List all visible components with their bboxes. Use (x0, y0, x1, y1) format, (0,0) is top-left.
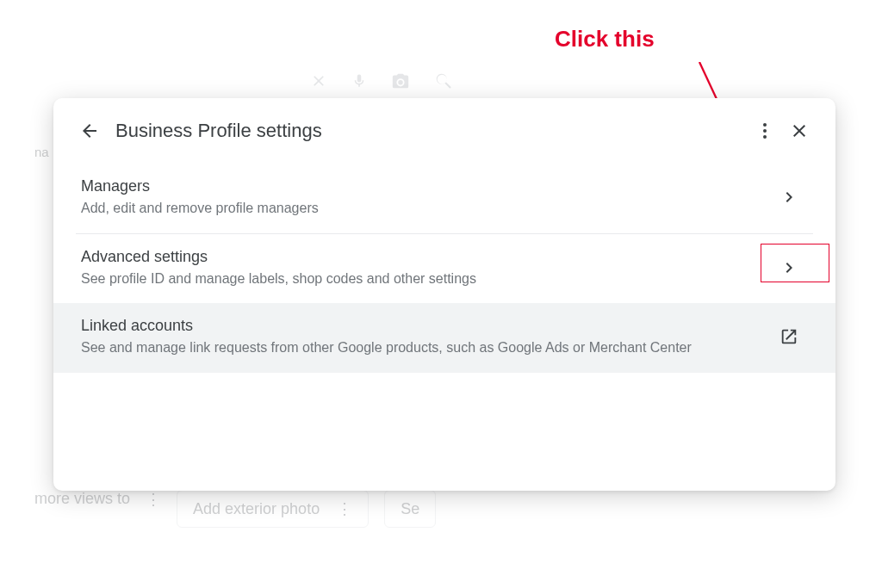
x-icon (310, 72, 327, 90)
background-pill: Add exterior photo ⋮ (177, 490, 369, 528)
row-subtitle: See profile ID and manage labels, shop c… (81, 269, 749, 288)
settings-rows: Managers Add, edit and remove profile ma… (53, 164, 835, 373)
row-linked-accounts[interactable]: Linked accounts See and manage link requ… (53, 303, 835, 373)
svg-point-4 (763, 135, 767, 139)
arrow-left-icon (79, 121, 100, 141)
background-pill-2: Se (384, 490, 436, 528)
row-subtitle: See and manage link requests from other … (81, 338, 749, 357)
open-external-icon (770, 318, 808, 356)
more-icon: ⋮ (146, 490, 161, 528)
more-vert-icon (755, 121, 775, 141)
background-search-icons (310, 71, 453, 91)
svg-point-0 (398, 80, 403, 85)
mic-icon (351, 71, 367, 91)
more-icon: ⋮ (337, 499, 352, 518)
chevron-right-icon (770, 178, 808, 216)
svg-point-3 (763, 129, 767, 133)
camera-icon (391, 71, 410, 90)
close-button[interactable] (782, 114, 817, 148)
svg-point-2 (763, 123, 767, 127)
search-icon (434, 71, 453, 90)
chevron-right-icon (770, 249, 808, 287)
row-title: Managers (81, 177, 749, 195)
back-button[interactable] (72, 114, 107, 148)
background-bottom-row: more views to ⋮ Add exterior photo ⋮ Se (0, 490, 882, 528)
row-title: Linked accounts (81, 317, 749, 335)
row-subtitle: Add, edit and remove profile managers (81, 199, 749, 218)
dialog-title: Business Profile settings (115, 120, 748, 142)
dialog-header: Business Profile settings (53, 98, 835, 164)
annotation-label: Click this (555, 26, 655, 53)
row-title: Advanced settings (81, 248, 749, 266)
more-options-button[interactable] (748, 114, 782, 148)
row-advanced-settings[interactable]: Advanced settings See profile ID and man… (76, 233, 813, 304)
close-icon (789, 121, 810, 141)
background-text-fragment: na (34, 145, 49, 159)
row-managers[interactable]: Managers Add, edit and remove profile ma… (76, 164, 813, 233)
settings-dialog: Business Profile settings Managers Add, … (53, 98, 835, 491)
